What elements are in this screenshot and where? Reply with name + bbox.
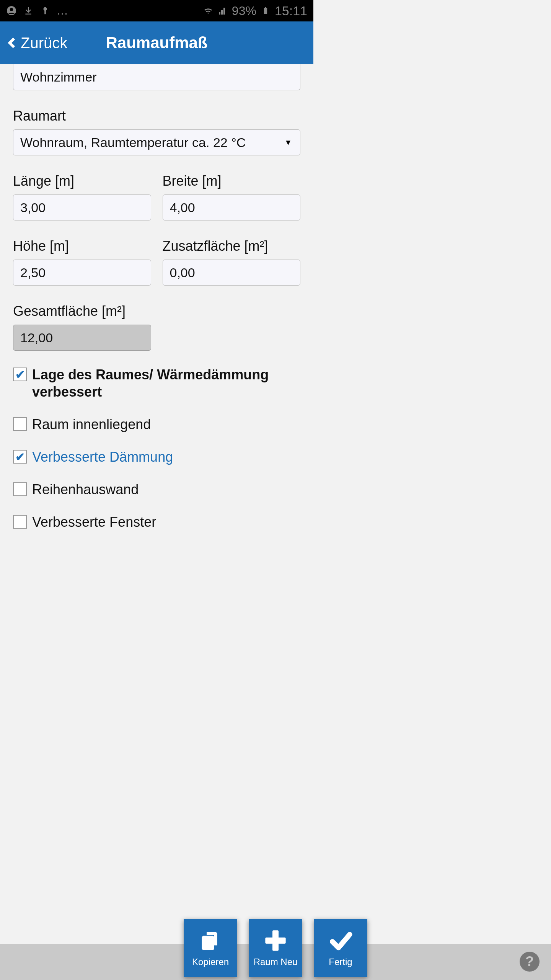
status-left: … [6, 4, 69, 17]
laenge-input[interactable]: 3,00 [13, 194, 151, 220]
checkbox-lage[interactable]: ✔ [13, 368, 27, 381]
laenge-label: Länge [m] [13, 173, 151, 189]
gesamt-label: Gesamtfläche [m²] [13, 303, 151, 319]
zusatz-label: Zusatzfläche [m²] [163, 238, 301, 254]
svg-rect-5 [264, 8, 267, 14]
check-daemm-label: Verbesserte Dämmung [32, 448, 173, 466]
hoehe-input[interactable]: 2,50 [13, 260, 151, 286]
gesamt-input: 12,00 [13, 325, 151, 351]
download-icon [23, 5, 34, 16]
hoehe-value: 2,50 [20, 265, 46, 280]
zusatz-input[interactable]: 0,00 [163, 260, 301, 286]
check-lage-label: Lage des Raumes/ Wärmedämmung verbessert [32, 366, 300, 400]
battery-percent: 93% [232, 4, 256, 18]
status-bar: … 93% 15:11 [0, 0, 313, 21]
checkbox-reihe[interactable] [13, 482, 27, 496]
room-name-input[interactable]: Wohnzimmer [13, 64, 300, 90]
chevron-down-icon: ▼ [284, 138, 292, 147]
hoehe-label: Höhe [m] [13, 238, 151, 254]
checkbox-daemm[interactable]: ✔ [13, 450, 27, 464]
breite-value: 4,00 [170, 200, 195, 215]
wifi-icon [203, 5, 214, 16]
back-button[interactable]: Zurück [5, 34, 67, 52]
raumart-value: Wohnraum, Raumtemperatur ca. 22 °C [20, 135, 246, 150]
check-innen[interactable]: Raum innenliegend [13, 416, 300, 433]
back-label: Zurück [21, 34, 67, 52]
clock: 15:11 [275, 3, 307, 18]
svg-rect-2 [25, 14, 31, 15]
check-fenster-label: Verbesserte Fenster [32, 513, 156, 531]
check-fenster[interactable]: Verbesserte Fenster [13, 513, 300, 531]
check-lage[interactable]: ✔ Lage des Raumes/ Wärmedämmung verbesse… [13, 366, 300, 400]
gesamt-value: 12,00 [20, 330, 53, 345]
laenge-value: 3,00 [20, 200, 46, 215]
content: Wohnzimmer Raumart Wohnraum, Raumtempera… [0, 64, 313, 557]
status-right: 93% 15:11 [203, 3, 307, 18]
chevron-left-icon [5, 36, 18, 49]
svg-rect-6 [265, 7, 266, 8]
app-header: Zurück Raumaufmaß [0, 21, 313, 64]
signal-icon [217, 5, 228, 16]
raumart-select[interactable]: Wohnraum, Raumtemperatur ca. 22 °C [13, 129, 300, 155]
room-name-value: Wohnzimmer [20, 70, 97, 85]
checkbox-innen[interactable] [13, 417, 27, 431]
checkbox-fenster[interactable] [13, 515, 27, 529]
svg-rect-4 [44, 10, 46, 14]
check-reihe-label: Reihenhauswand [32, 481, 139, 498]
profile-icon [6, 5, 17, 16]
zusatz-value: 0,00 [170, 265, 195, 280]
check-innen-label: Raum innenliegend [32, 416, 151, 433]
raumart-label: Raumart [13, 108, 300, 124]
check-reihe[interactable]: Reihenhauswand [13, 481, 300, 498]
breite-input[interactable]: 4,00 [163, 194, 301, 220]
battery-icon [260, 5, 271, 16]
breite-label: Breite [m] [163, 173, 301, 189]
key-icon [40, 5, 51, 16]
svg-point-1 [10, 8, 13, 11]
more-icon: … [57, 4, 69, 17]
check-daemm[interactable]: ✔ Verbesserte Dämmung [13, 448, 300, 466]
